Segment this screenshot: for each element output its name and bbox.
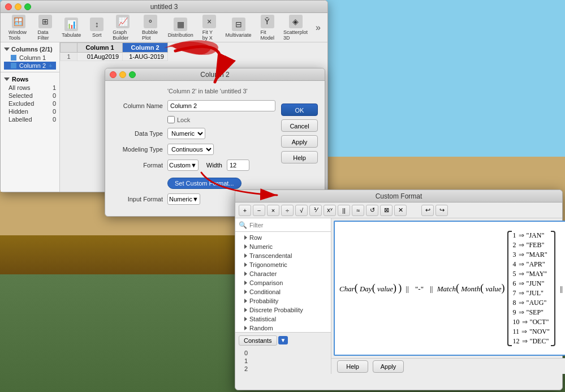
graph-builder-label: Graph Builder <box>113 29 133 41</box>
cf-add-button[interactable]: + <box>239 205 251 216</box>
minimize-button[interactable] <box>15 3 21 10</box>
func-label-statistical: Statistical <box>249 316 276 322</box>
column-name-input[interactable] <box>167 100 275 111</box>
match-num-4: 4 <box>513 260 516 269</box>
formula-area: Char( Day( value) ) || "-" || Match( Mon… <box>331 218 565 374</box>
func-item-probability[interactable]: Probability <box>235 296 331 305</box>
cf-fraction-button[interactable]: ⅟ <box>309 205 322 216</box>
toolbar-graph-builder[interactable]: 📈 Graph Builder <box>109 14 136 42</box>
columns-expand-icon <box>4 48 10 51</box>
lock-checkbox[interactable] <box>167 116 175 123</box>
cf-redo-button[interactable]: ↪ <box>435 205 448 216</box>
filter-input[interactable] <box>249 222 327 229</box>
main-toolbar: 🪟 Window Tools ⊞ Data Filter 📊 Tabulate … <box>1 13 327 42</box>
func-item-discrete-probability[interactable]: Discrete Probability <box>235 305 331 315</box>
func-item-transcendental[interactable]: Transcendental <box>235 251 331 260</box>
width-input[interactable] <box>227 160 249 171</box>
func-item-statistical[interactable]: Statistical <box>235 315 331 324</box>
match-row-5: 5⇒"MAY" <box>512 269 551 279</box>
col2-close-button[interactable] <box>110 71 117 78</box>
arrow-7: ⇒ <box>519 289 524 298</box>
toolbar-fit-model[interactable]: Ȳ Fit Model <box>257 14 278 42</box>
cf-x-button[interactable]: × <box>267 205 279 216</box>
add-column-button[interactable]: + <box>49 62 52 69</box>
match-val-4: "APR" <box>527 260 545 269</box>
column-name-label: Column Name <box>112 102 163 109</box>
func-label-comparison: Comparison <box>249 279 283 286</box>
constants-dropdown-button[interactable]: ▼ <box>278 336 288 344</box>
cf-refresh-button[interactable]: ↺ <box>366 205 378 216</box>
cf-compare-button[interactable]: ≈ <box>352 205 364 216</box>
cf-delete-button[interactable]: ✕ <box>394 205 407 216</box>
match-val-5: "MAY" <box>527 270 547 278</box>
col2-cell[interactable]: 1-AUG-2019 <box>123 53 168 61</box>
toolbar-bubble-plot[interactable]: ⚬ Bubble Plot <box>139 14 162 42</box>
func-item-numeric[interactable]: Numeric <box>235 242 331 251</box>
column1-header[interactable]: Column 1 <box>77 43 123 53</box>
cf-undo-button[interactable]: ↩ <box>421 205 434 216</box>
trig-expand-icon <box>244 262 247 267</box>
cf-sqrt-button[interactable]: √ <box>295 205 308 216</box>
rows-excluded: Excluded 0 <box>8 100 56 107</box>
col2-cancel-button[interactable]: Cancel <box>281 119 318 132</box>
width-label: Width <box>206 162 222 169</box>
data-type-select[interactable]: Numeric <box>167 128 205 139</box>
maximize-button[interactable] <box>24 3 31 10</box>
match-val-10: "OCT" <box>530 318 549 326</box>
toolbar-window-tools[interactable]: 🪟 Window Tools <box>5 14 32 42</box>
formula-expression: Char( Day( value) ) || "-" || Match( Mon… <box>339 282 505 294</box>
rows-header[interactable]: Rows <box>4 75 56 84</box>
col2-ok-button[interactable]: OK <box>281 104 318 116</box>
col2-help-button[interactable]: Help <box>281 151 318 163</box>
cf-divide-button[interactable]: ÷ <box>281 205 294 216</box>
cf-apply-button[interactable]: Apply <box>373 360 404 373</box>
func-item-character[interactable]: Character <box>235 269 331 278</box>
cf-help-button[interactable]: Help <box>337 360 368 373</box>
column2-header[interactable]: Column 2 <box>123 43 168 53</box>
sidebar-item-column2[interactable]: Column 2 + <box>4 62 56 70</box>
fit-model-label: Fit Model <box>261 29 275 41</box>
cf-minus-button[interactable]: − <box>253 205 265 216</box>
func-item-row[interactable]: Row <box>235 233 331 242</box>
col2-maximize-button[interactable] <box>129 71 136 78</box>
constants-button[interactable]: Constants <box>239 335 277 346</box>
func-panel-bottom: Constants ▼ <box>235 332 331 348</box>
sidebar-item-column1[interactable]: Column 1 <box>4 54 56 62</box>
formula-display[interactable]: Char( Day( value) ) || "-" || Match( Mon… <box>334 221 565 356</box>
func-item-trigonometric[interactable]: Trigonometric <box>235 260 331 269</box>
close-button[interactable] <box>5 3 12 10</box>
match-row-3: 3⇒"MAR" <box>512 250 551 260</box>
columns-header[interactable]: Columns (2/1) <box>4 45 56 54</box>
func-item-comparison[interactable]: Comparison <box>235 278 331 287</box>
toolbar-scatterplot-3d[interactable]: ◈ Scatterplot 3D <box>280 14 311 42</box>
func-item-random[interactable]: Random <box>235 324 331 332</box>
set-custom-format-button[interactable]: Set Custom Format... <box>167 178 241 189</box>
toolbar-sort[interactable]: ↕ Sort <box>87 16 107 39</box>
toolbar-multivariate[interactable]: ⊟ Multivariate <box>222 16 255 39</box>
toolbar-fit-y-by-x[interactable]: × Fit Y by X <box>199 14 220 42</box>
func-label-conditional: Conditional <box>249 288 281 295</box>
cf-concat-button[interactable]: || <box>338 205 350 216</box>
toolbar-tabulate[interactable]: 📊 Tabulate <box>58 16 84 39</box>
cf-lock-button[interactable]: ⊠ <box>380 205 393 216</box>
modeling-type-label: Modeling Type <box>112 146 163 153</box>
match-num-1: 1 <box>513 231 516 240</box>
func-item-conditional[interactable]: Conditional <box>235 287 331 296</box>
input-format-button[interactable]: Numeric▼ <box>167 193 200 205</box>
col2-subtitle: 'Column 2' in table 'untitled 3' <box>112 88 275 94</box>
more-tools-button[interactable]: » <box>313 23 323 33</box>
col2-minimize-button[interactable] <box>119 71 126 78</box>
col1-cell[interactable]: 01Aug2019 <box>77 53 123 61</box>
window-tools-label: Window Tools <box>8 29 29 41</box>
selected-label: Selected <box>8 92 33 99</box>
toolbar-data-filter[interactable]: ⊞ Data Filter <box>34 14 57 42</box>
cf-superscript-button[interactable]: xʸ <box>324 205 336 216</box>
modeling-type-select[interactable]: Continuous <box>167 144 214 155</box>
arrow-9: ⇒ <box>519 308 524 317</box>
toolbar-distribution[interactable]: ▦ Distribution <box>165 16 197 39</box>
main-title-bar: untitled 3 <box>1 1 327 13</box>
col2-apply-button[interactable]: Apply <box>281 135 318 148</box>
brace-left <box>507 231 512 346</box>
format-custom-button[interactable]: Custom▼ <box>167 160 199 171</box>
fit-y-by-x-label: Fit Y by X <box>202 29 217 41</box>
